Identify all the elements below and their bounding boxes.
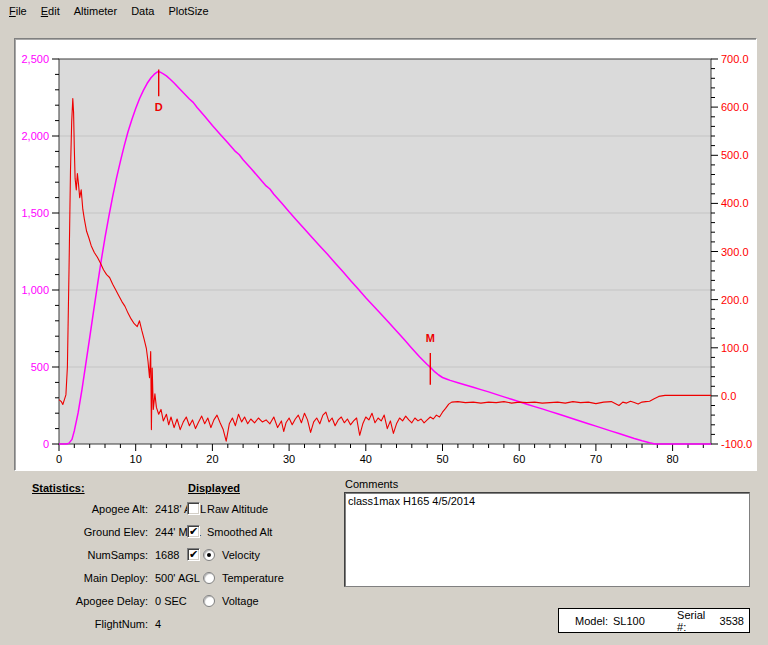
stat-row: NumSamps:1688	[0, 543, 206, 566]
voltage-radio[interactable]	[203, 595, 215, 607]
displayed-header: Displayed	[188, 482, 240, 494]
stat-label: Apogee Delay:	[0, 595, 148, 607]
stat-row: Apogee Delay:0 SEC	[0, 589, 206, 612]
velocity-axis-label: 600.0	[721, 101, 749, 113]
displayed-label: Temperature	[222, 572, 284, 584]
model-value: SL100	[613, 615, 645, 627]
x-tick-label: 50	[436, 453, 448, 465]
velocity-axis-label: 300.0	[721, 246, 749, 258]
displayed-label: Velocity	[222, 549, 260, 561]
x-tick-label: 80	[666, 453, 678, 465]
altitude-axis-label: 1,000	[21, 284, 49, 296]
velocity-axis-label: -100.0	[721, 438, 752, 450]
displayed-row-temperature: Temperature	[187, 566, 337, 589]
velocity-axis-label: 500.0	[721, 149, 749, 161]
x-tick-label: 20	[206, 453, 218, 465]
velocity-checkbox[interactable]: ✔	[187, 548, 200, 561]
serial-value: 3538	[720, 615, 744, 627]
x-tick-label: 40	[360, 453, 372, 465]
velocity-axis-label: 700.0	[721, 53, 749, 65]
menu-item-plotsize[interactable]: PlotSize	[161, 2, 215, 20]
flight-chart-panel: 0102030405060708005001,0001,5002,0002,50…	[14, 38, 757, 471]
stat-row: Ground Elev:244' MSL	[0, 520, 206, 543]
displayed-row-velocity: ✔Velocity	[187, 543, 337, 566]
stat-value: 4	[155, 618, 161, 630]
displayed-label: Smoothed Alt	[207, 526, 272, 538]
model-label: Model:	[575, 615, 608, 627]
x-tick-label: 70	[590, 453, 602, 465]
x-tick-label: 10	[130, 453, 142, 465]
comments-textbox[interactable]: class1max H165 4/5/2014	[344, 492, 750, 587]
altitude-axis-label: 2,000	[21, 130, 49, 142]
altitude-axis-label: 500	[31, 361, 49, 373]
altitude-axis-label: 1,500	[21, 207, 49, 219]
event-marker-label-M: M	[426, 332, 435, 344]
stat-label: Main Deploy:	[0, 572, 148, 584]
x-tick-label: 60	[513, 453, 525, 465]
velocity-radio[interactable]	[203, 549, 215, 561]
statistics-header: Statistics:	[32, 482, 85, 494]
stat-value: 0 SEC	[155, 595, 187, 607]
x-tick-label: 30	[283, 453, 295, 465]
stat-row: Main Deploy:500' AGL	[0, 566, 206, 589]
menu-item-file[interactable]: File	[2, 2, 34, 20]
plot-area	[59, 59, 711, 444]
displayed-label: Voltage	[222, 595, 259, 607]
displayed-rows: Raw Altitude✔Smoothed Alt✔VelocityTemper…	[187, 497, 337, 612]
model-serial-box: Model: SL100 Serial #: 3538	[558, 608, 750, 633]
stat-label: NumSamps:	[0, 549, 148, 561]
statistics-rows: Apogee Alt:2418' AGLGround Elev:244' MSL…	[0, 497, 206, 635]
velocity-axis-label: 0.0	[721, 390, 736, 402]
menu-bar: FileEditAltimeterDataPlotSize	[0, 0, 768, 22]
flight-plot: 0102030405060708005001,0001,5002,0002,50…	[15, 39, 756, 470]
velocity-axis-label: 400.0	[721, 197, 749, 209]
velocity-axis-label: 200.0	[721, 294, 749, 306]
stat-label: Apogee Alt:	[0, 503, 148, 515]
altitude-axis-label: 2,500	[21, 53, 49, 65]
displayed-row-voltage: Voltage	[187, 589, 337, 612]
serial-label: Serial #:	[677, 609, 714, 633]
displayed-label: Raw Altitude	[207, 503, 268, 515]
menu-item-data[interactable]: Data	[124, 2, 161, 20]
smoothed-alt-checkbox[interactable]: ✔	[187, 525, 200, 538]
raw-altitude-checkbox[interactable]	[187, 502, 200, 515]
displayed-row-raw-altitude: Raw Altitude	[187, 497, 337, 520]
stat-row: FlightNum:4	[0, 612, 206, 635]
comments-label: Comments	[345, 478, 398, 490]
stat-value: 1688	[155, 549, 179, 561]
temperature-radio[interactable]	[203, 572, 215, 584]
velocity-axis-label: 100.0	[721, 342, 749, 354]
displayed-row-smoothed-alt: ✔Smoothed Alt	[187, 520, 337, 543]
menu-item-edit[interactable]: Edit	[34, 2, 67, 20]
event-marker-label-D: D	[155, 101, 163, 113]
stat-row: Apogee Alt:2418' AGL	[0, 497, 206, 520]
stat-label: FlightNum:	[0, 618, 148, 630]
altitude-axis-label: 0	[43, 438, 49, 450]
x-tick-label: 0	[56, 453, 62, 465]
stat-label: Ground Elev:	[0, 526, 148, 538]
menu-item-altimeter[interactable]: Altimeter	[67, 2, 124, 20]
